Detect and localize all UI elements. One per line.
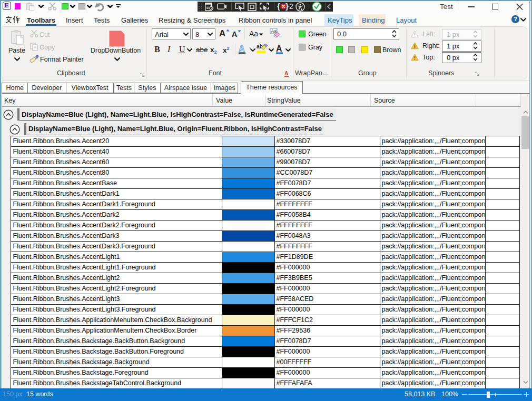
svg-text:A: A xyxy=(239,44,245,53)
svg-text:A: A xyxy=(284,71,288,76)
svg-text:Aa: Aa xyxy=(271,28,277,34)
svg-text:A: A xyxy=(276,44,282,53)
